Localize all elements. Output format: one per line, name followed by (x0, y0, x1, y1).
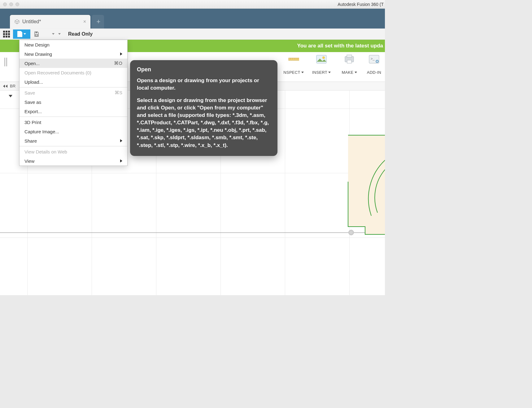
shortcut-label: ⌘S (115, 90, 122, 95)
ribbon-label: INSERT (312, 70, 327, 75)
chevron-down-icon (301, 72, 304, 73)
tooltip-open: Open Opens a design or drawing from your… (130, 60, 277, 156)
menu-item-share[interactable]: Share (20, 136, 127, 145)
svg-rect-12 (347, 60, 351, 63)
history-label: BR (10, 84, 15, 88)
ribbon-item-inspect[interactable]: NSPECT (280, 55, 307, 75)
svg-point-9 (322, 56, 325, 59)
ribbon-item-addins[interactable]: >_ ADD-IN (363, 55, 385, 75)
menu-item-open[interactable]: Open...⌘O (20, 59, 127, 68)
chevron-right-icon (120, 139, 122, 142)
menu-item-save-as[interactable]: Save as (20, 97, 127, 107)
file-menu-button[interactable] (13, 29, 30, 39)
window-minimize-button[interactable] (9, 2, 13, 6)
window-titlebar: Autodesk Fusion 360 (T (0, 0, 385, 9)
undo-button[interactable] (51, 29, 55, 39)
chevron-down-icon (58, 33, 61, 35)
redo-button[interactable] (58, 29, 61, 39)
window-zoom-button[interactable] (15, 2, 19, 6)
menu-item-new-design[interactable]: New Design (20, 40, 127, 49)
image-icon (316, 55, 327, 64)
axis-horizontal (0, 233, 385, 233)
update-banner-text: You are all set with the latest upda (297, 43, 383, 49)
history-rewind-button[interactable] (3, 85, 7, 88)
menu-separator (20, 87, 127, 87)
menu-item-view-details: View Details on Web (20, 147, 127, 156)
svg-rect-11 (347, 55, 352, 57)
document-tab-untitled[interactable]: Untitled* × (10, 15, 90, 29)
menu-item-capture-image[interactable]: Capture Image... (20, 127, 127, 136)
svg-rect-1 (36, 34, 38, 36)
printer-icon (344, 55, 355, 64)
sketch-geometry (348, 135, 385, 236)
chevron-down-icon (355, 72, 357, 73)
shortcut-label: ⌘O (114, 60, 122, 66)
file-icon (17, 31, 22, 37)
svg-rect-8 (316, 55, 326, 63)
tooltip-paragraph: Opens a design or drawing from your proj… (137, 77, 271, 92)
ribbon-label: MAKE (342, 70, 353, 75)
cube-icon (14, 19, 20, 24)
chevron-right-icon (120, 52, 122, 55)
grid-icon (3, 31, 10, 38)
browser-collapse-toggle[interactable] (9, 95, 12, 97)
tooltip-paragraph: Select a design or drawing from the proj… (137, 97, 271, 149)
tab-title: Untitled* (22, 19, 41, 24)
ribbon-label: NSPECT (283, 70, 300, 75)
file-menu-dropdown: New Design New Drawing Open...⌘O Open Re… (19, 40, 128, 166)
svg-text:>_: >_ (371, 57, 375, 60)
tooltip-title: Open (137, 66, 271, 74)
new-tab-button[interactable]: + (92, 15, 104, 29)
tab-bar: Untitled* × + (0, 9, 385, 29)
menu-separator (20, 146, 127, 146)
svg-rect-2 (289, 58, 299, 60)
menu-item-3d-print[interactable]: 3D Print (20, 118, 127, 127)
menu-item-open-recovered: Open Recovered Documents (0) (20, 68, 127, 77)
chevron-down-icon (24, 33, 26, 35)
plus-icon: + (97, 18, 101, 26)
ribbon-item-make[interactable]: MAKE (335, 55, 363, 75)
window-close-button[interactable] (3, 2, 7, 6)
ruler-icon (288, 55, 299, 64)
close-tab-button[interactable]: × (82, 18, 87, 26)
ribbon-item-insert[interactable]: INSERT (307, 55, 335, 75)
script-icon: >_ (368, 55, 380, 64)
menu-item-upload[interactable]: Upload... (20, 77, 127, 86)
chevron-right-icon (120, 159, 122, 162)
chevron-down-icon (52, 33, 55, 35)
ribbon-label: ADD-IN (367, 70, 382, 75)
svg-rect-0 (36, 32, 37, 33)
read-only-label: Read Only (68, 31, 93, 37)
data-panel-button[interactable] (3, 29, 10, 39)
chevron-down-icon (328, 72, 331, 73)
menu-item-export[interactable]: Export... (20, 107, 127, 116)
menu-item-save: Save⌘S (20, 88, 127, 97)
menu-separator (20, 117, 127, 117)
quick-access-toolbar: Read Only (0, 29, 385, 40)
menu-item-view[interactable]: View (20, 156, 127, 166)
menu-item-new-drawing[interactable]: New Drawing (20, 49, 127, 59)
save-button[interactable] (33, 29, 40, 39)
window-title: Autodesk Fusion 360 (T (338, 2, 384, 7)
ribbon-drag-handle[interactable] (4, 58, 9, 66)
